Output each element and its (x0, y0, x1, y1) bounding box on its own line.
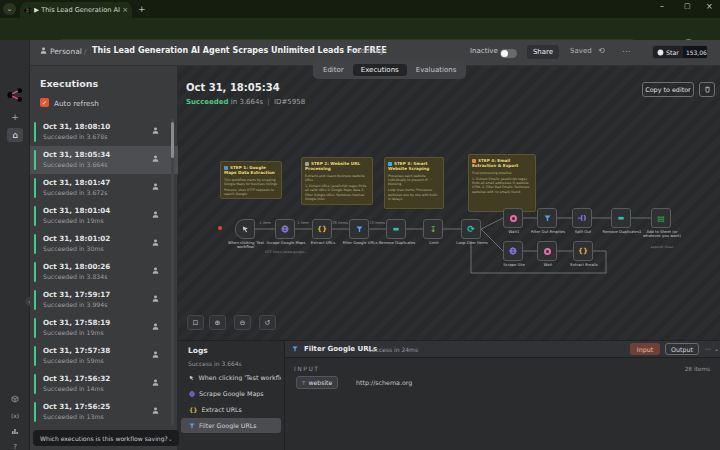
auto-refresh-checkbox[interactable]: ✓ (40, 98, 49, 107)
node-wait1[interactable]: Wait1 (503, 208, 523, 228)
node-scrape-site[interactable]: Scrape Site (503, 241, 523, 261)
log-entry-selected[interactable]: Filter Google URLs (181, 418, 281, 433)
overview-home-icon[interactable]: ⌂ (7, 128, 23, 142)
limit-icon: ↧ (430, 225, 437, 234)
node-when-clicking-test-workflow[interactable]: When clicking 'Test workflow' (235, 219, 255, 239)
logs-title: Logs (188, 346, 208, 355)
logs-panel: Logs Success in 3.664s When clicking 'Te… (178, 340, 720, 450)
active-toggle[interactable] (500, 49, 517, 58)
node-limit[interactable]: ↧ Limit (423, 219, 443, 239)
node-wait[interactable]: Wait (537, 241, 557, 261)
node-connections (178, 66, 720, 340)
manual-run-person-icon (152, 379, 159, 386)
execution-row[interactable]: Oct 31, 17:57:38Succeeded in 59ms (30, 342, 178, 370)
add-tag-button[interactable]: + Add tag (348, 47, 383, 55)
input-tab-button[interactable]: Input (630, 343, 660, 355)
assistant-suggestion-bar[interactable]: Which executions is this workflow saving… (33, 430, 179, 446)
code-braces-icon: {} (317, 225, 327, 233)
more-options-icon[interactable]: ⋯ (622, 47, 630, 56)
project-person-icon (40, 47, 47, 54)
tab-close-icon[interactable]: × (122, 6, 128, 14)
code-braces-icon: {} (189, 406, 198, 413)
funnel-icon (544, 215, 551, 222)
node-loop-over-items[interactable]: ⟳ Loop Over Items (461, 219, 481, 239)
manual-run-person-icon (152, 155, 159, 162)
panel-more-icon[interactable]: ⋯ (705, 345, 711, 352)
node-split-out[interactable]: -() Split Out (572, 208, 592, 228)
node-remove-duplicates1[interactable]: ▬ Remove Duplicates1 (611, 208, 631, 228)
log-entry[interactable]: {} Extract URLs (181, 402, 281, 417)
execution-row-selected[interactable]: Oct 31, 18:05:34Succeeded in 3.664s (30, 146, 178, 174)
loop-icon: ⟳ (467, 224, 475, 234)
panel-collapse-icon[interactable]: ⌄ (714, 345, 719, 352)
auto-refresh-label: Auto refresh (54, 99, 99, 108)
window-close-button[interactable]: × (706, 2, 713, 11)
sheet-icon: ▤ (657, 214, 665, 223)
execution-row[interactable]: Oct 31, 17:56:32Succeeded in 14ms (30, 370, 178, 398)
node-add-to-sheet[interactable]: ▤ Add to Sheet (or whatever you want) ap… (651, 208, 671, 228)
share-button[interactable]: Share (527, 45, 559, 59)
input-field-pill[interactable]: T website (296, 376, 338, 389)
execution-row[interactable]: Oct 31, 18:08:10Succeeded in 3.678s (30, 118, 178, 146)
node-extract-emails[interactable]: {} Extract Emails (573, 241, 593, 261)
tab-executions[interactable]: Executions (353, 64, 407, 76)
node-remove-duplicates[interactable]: ▬ Remove Duplicates (386, 219, 406, 239)
items-count: 28 items (648, 366, 710, 372)
input-section-label: INPUT (294, 365, 319, 372)
node-extract-urls[interactable]: {} Extract URLs (312, 219, 332, 239)
fit-view-button[interactable]: ⊡ (187, 315, 204, 330)
workflow-title[interactable]: This Lead Generation AI Agent Scrapes Un… (92, 46, 387, 55)
chevron-down-icon: ⌄ (168, 435, 173, 442)
log-entry[interactable]: When clicking 'Test workflo… (181, 370, 281, 385)
reset-zoom-button[interactable]: ↺ (259, 315, 276, 330)
workflow-canvas[interactable]: Oct 31, 18:05:34 Succeeded in 3.664s | I… (178, 66, 720, 340)
zoom-out-button[interactable]: ⊖ (234, 315, 251, 330)
tab-editor[interactable]: Editor (315, 64, 352, 76)
window-maximize-button[interactable]: ▢ (684, 2, 691, 10)
browser-tab-strip: ⌄ ▶ This Lead Generation AI Age × + – ▢ … (0, 0, 720, 18)
execution-row[interactable]: Oct 31, 17:56:25Succeeded in 13ms (30, 398, 178, 426)
canvas-marker-dot (218, 226, 222, 230)
new-tab-button[interactable]: + (138, 4, 146, 14)
manual-run-person-icon (152, 183, 159, 190)
help-icon[interactable]: ? (7, 440, 23, 450)
execution-row[interactable]: Oct 31, 18:00:26Succeeded in 3.834s (30, 258, 178, 286)
node-filter-google-urls[interactable]: Filter Google URLs (349, 219, 369, 239)
templates-icon[interactable] (7, 392, 23, 406)
tab-evaluations[interactable]: Evaluations (408, 64, 465, 76)
manual-run-person-icon (152, 127, 159, 134)
execution-row[interactable]: Oct 31, 17:59:17Succeeded in 3.994s (30, 286, 178, 314)
code-braces-icon: {} (578, 247, 588, 255)
assistant-question: Which executions is this workflow saving… (40, 435, 168, 442)
breadcrumb-project[interactable]: Personal (50, 47, 82, 56)
tab-search-button[interactable]: ⌄ (3, 3, 16, 15)
history-icon[interactable]: ⟲ (598, 46, 605, 55)
window-minimize-button[interactable]: – (660, 2, 664, 11)
manual-run-person-icon (152, 351, 159, 358)
execution-row[interactable]: Oct 31, 17:58:19Succeeded in 19ms (30, 314, 178, 342)
funnel-icon (292, 346, 298, 352)
node-scrape-google-maps[interactable]: Scrape Google Maps GET: https://www.goog… (275, 219, 295, 239)
node-filter-out-empties[interactable]: Filter Out Empties (537, 208, 557, 228)
log-detail-status: Success in 24ms (368, 346, 418, 353)
execution-row[interactable]: Oct 31, 18:01:04Succeeded in 19ms (30, 202, 178, 230)
manual-run-person-icon (152, 295, 159, 302)
manual-run-person-icon (152, 323, 159, 330)
execution-row[interactable]: Oct 31, 18:01:47Succeeded in 3.672s (30, 174, 178, 202)
log-entry[interactable]: Scrape Google Maps (181, 386, 281, 401)
scrollbar-thumb[interactable] (171, 122, 174, 158)
github-star-count: 153,066 (683, 46, 708, 58)
cursor-icon (242, 226, 249, 233)
variables-icon[interactable]: (x) (7, 408, 23, 422)
n8n-favicon-icon (24, 7, 31, 14)
output-tab-button[interactable]: Output (665, 343, 699, 355)
insights-icon[interactable] (7, 424, 23, 438)
zoom-in-button[interactable]: ⊕ (209, 315, 226, 330)
execution-row[interactable]: Oct 31, 18:01:02Succeeded in 30ms (30, 230, 178, 258)
manual-run-person-icon (152, 239, 159, 246)
funnel-icon (189, 423, 195, 429)
executions-list: Oct 31, 18:08:10Succeeded in 3.678s Oct … (30, 118, 178, 450)
browser-tab[interactable]: ▶ This Lead Generation AI Age × (20, 2, 132, 18)
new-workflow-button[interactable]: + (7, 110, 23, 124)
github-star-widget[interactable]: Star 153,066 (652, 45, 708, 59)
